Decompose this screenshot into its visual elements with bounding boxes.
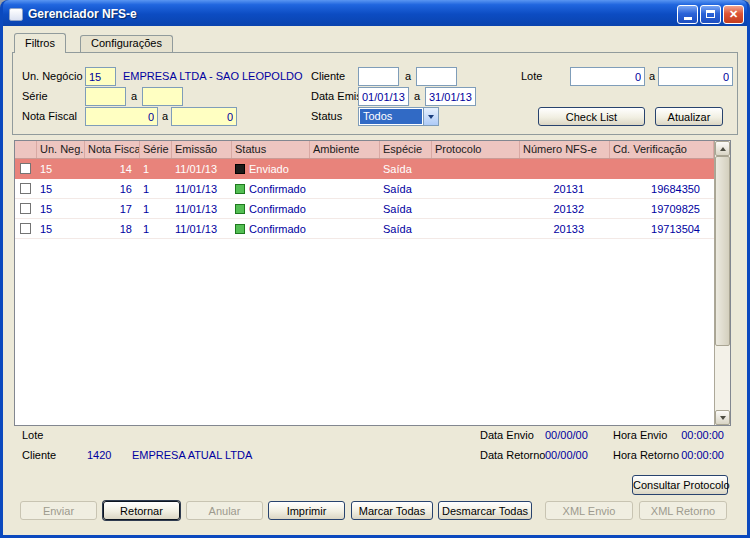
hora-envio-value: 00:00:00 xyxy=(667,429,724,441)
hora-retorno-value: 00:00:00 xyxy=(667,449,724,461)
status-select[interactable]: Todos xyxy=(358,107,439,126)
cell-checkbox xyxy=(15,179,37,198)
details-section: Lote Cliente 1420 EMPRESA ATUAL LTDA Dat… xyxy=(12,428,740,472)
status-label: Status xyxy=(311,107,342,126)
app-window: Gerenciador NFS-e ✕ Configurações Filtro… xyxy=(0,0,750,538)
table-row[interactable]: 15 17 1 11/01/13 Confirmado Saída 20132 … xyxy=(15,199,714,219)
row-checkbox[interactable] xyxy=(20,203,31,214)
col-especie[interactable]: Espécie xyxy=(380,141,432,158)
serie-from-input[interactable] xyxy=(85,87,126,106)
grid-header: Un. Neg. Nota Fiscal Série Emissão Statu… xyxy=(15,141,714,159)
serie-to-input[interactable] xyxy=(142,87,183,106)
col-un-neg[interactable]: Un. Neg. xyxy=(37,141,85,158)
col-checkbox[interactable] xyxy=(15,141,37,158)
table-row[interactable]: 15 18 1 11/01/13 Confirmado Saída 20133 … xyxy=(15,219,714,239)
cliente-from-input[interactable] xyxy=(358,67,399,86)
data-emissao-from-input[interactable] xyxy=(358,87,409,106)
col-ambiente[interactable]: Ambiente xyxy=(310,141,380,158)
cell-status: Confirmado xyxy=(232,179,310,198)
cliente-to-input[interactable] xyxy=(416,67,457,86)
cell-serie: 1 xyxy=(140,219,172,238)
col-serie[interactable]: Série xyxy=(140,141,172,158)
close-button[interactable]: ✕ xyxy=(723,5,744,24)
atualizar-button[interactable]: Atualizar xyxy=(655,107,723,126)
scroll-up-button[interactable] xyxy=(715,141,730,156)
arrow-up-icon xyxy=(720,144,726,151)
tab-configuracoes[interactable]: Configurações xyxy=(80,35,173,52)
cell-un-neg: 15 xyxy=(37,179,85,198)
cell-serie: 1 xyxy=(140,179,172,198)
scrollbar-track[interactable] xyxy=(715,346,730,410)
cell-protocolo xyxy=(432,179,520,198)
check-list-button[interactable]: Check List xyxy=(538,107,645,126)
xml-envio-button[interactable]: XML Envio xyxy=(545,501,633,520)
marcar-todas-button[interactable]: Marcar Todas xyxy=(351,501,433,520)
vertical-scrollbar[interactable] xyxy=(714,141,730,425)
cell-cd-verificacao: 19709825 xyxy=(610,199,714,218)
lote-from-input[interactable] xyxy=(570,67,645,86)
cell-protocolo xyxy=(432,159,520,178)
imprimir-button[interactable]: Imprimir xyxy=(268,501,345,520)
cell-un-neg: 15 xyxy=(37,159,85,178)
filter-row-1: Un. Negócio EMPRESA LTDA - SAO LEOPOLDO … xyxy=(13,67,737,86)
cell-emissao: 11/01/13 xyxy=(172,179,232,198)
range-separator: a xyxy=(405,67,411,86)
lote-to-input[interactable] xyxy=(658,67,733,86)
range-separator: a xyxy=(649,67,655,86)
retornar-button[interactable]: Retornar xyxy=(103,501,180,520)
cell-cd-verificacao xyxy=(610,159,714,178)
nota-fiscal-to-input[interactable] xyxy=(171,107,237,126)
filter-row-2: Série a Data Emissão a xyxy=(13,87,737,106)
minimize-button[interactable] xyxy=(677,5,698,24)
xml-retorno-button[interactable]: XML Retorno xyxy=(639,501,727,520)
col-nota-fiscal[interactable]: Nota Fiscal xyxy=(85,141,140,158)
enviar-button[interactable]: Enviar xyxy=(20,501,97,520)
scroll-down-button[interactable] xyxy=(715,410,730,425)
cell-nota-fiscal: 18 xyxy=(85,219,140,238)
nota-fiscal-label: Nota Fiscal xyxy=(22,107,77,126)
cell-un-neg: 15 xyxy=(37,219,85,238)
chevron-down-icon[interactable] xyxy=(423,108,438,125)
cliente-name: EMPRESA ATUAL LTDA xyxy=(132,449,252,461)
scrollbar-thumb[interactable] xyxy=(715,156,730,346)
desmarcar-todas-button[interactable]: Desmarcar Todas xyxy=(438,501,532,520)
filter-row-3: Nota Fiscal a Status Todos Check List At… xyxy=(13,107,737,126)
un-negocio-input[interactable] xyxy=(85,67,116,86)
range-separator: a xyxy=(414,87,420,106)
cell-ambiente xyxy=(310,159,380,178)
anular-button[interactable]: Anular xyxy=(186,501,263,520)
status-enviado-icon xyxy=(235,164,245,174)
col-emissao[interactable]: Emissão xyxy=(172,141,232,158)
tab-filtros[interactable]: Filtros xyxy=(14,33,66,53)
col-cd-verificacao[interactable]: Cd. Verificação xyxy=(610,141,714,158)
cell-protocolo xyxy=(432,199,520,218)
filter-panel: Un. Negócio EMPRESA LTDA - SAO LEOPOLDO … xyxy=(12,52,738,135)
status-text: Confirmado xyxy=(249,223,306,235)
col-status[interactable]: Status xyxy=(232,141,310,158)
status-confirmado-icon xyxy=(235,184,245,194)
maximize-button[interactable] xyxy=(700,5,721,24)
row-checkbox[interactable] xyxy=(20,183,31,194)
cell-nota-fiscal: 17 xyxy=(85,199,140,218)
table-row[interactable]: 15 14 1 11/01/13 Enviado Saída xyxy=(15,159,714,179)
app-icon xyxy=(9,8,23,21)
cell-emissao: 11/01/13 xyxy=(172,219,232,238)
status-text: Confirmado xyxy=(249,203,306,215)
col-protocolo[interactable]: Protocolo xyxy=(432,141,520,158)
status-confirmado-icon xyxy=(235,204,245,214)
consultar-protocolo-button[interactable]: Consultar Protocolo xyxy=(632,475,728,495)
col-numero-nfse[interactable]: Número NFS-e xyxy=(520,141,610,158)
nota-fiscal-from-input[interactable] xyxy=(85,107,158,126)
table-row[interactable]: 15 16 1 11/01/13 Confirmado Saída 20131 … xyxy=(15,179,714,199)
data-emissao-to-input[interactable] xyxy=(425,87,476,106)
cell-especie: Saída xyxy=(380,219,432,238)
cell-numero-nfse: 20133 xyxy=(520,219,610,238)
cell-emissao: 11/01/13 xyxy=(172,199,232,218)
cell-status: Enviado xyxy=(232,159,310,178)
row-checkbox[interactable] xyxy=(20,163,31,174)
invoice-grid: Un. Neg. Nota Fiscal Série Emissão Statu… xyxy=(14,140,731,426)
row-checkbox[interactable] xyxy=(20,223,31,234)
arrow-down-icon xyxy=(720,416,726,423)
cell-checkbox xyxy=(15,199,37,218)
status-text: Enviado xyxy=(249,163,289,175)
